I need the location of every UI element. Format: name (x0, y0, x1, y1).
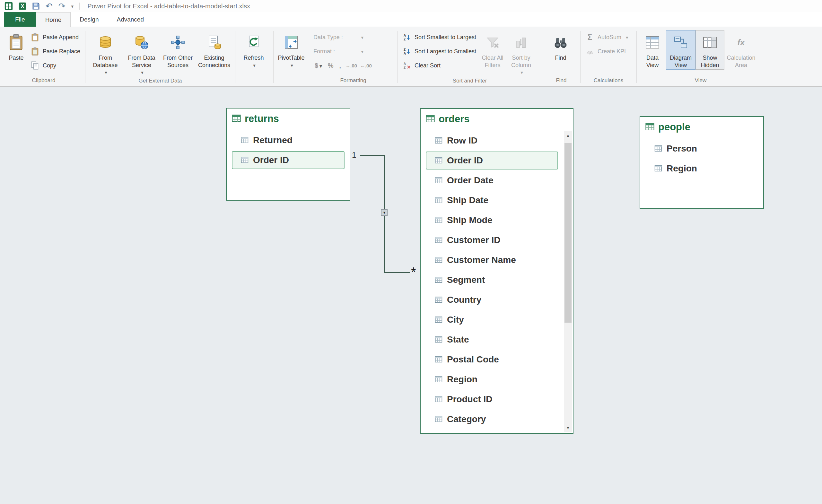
diagram-view-button[interactable]: Diagram View (666, 30, 696, 70)
currency-label: $ (315, 62, 318, 69)
scroll-up-icon[interactable] (564, 131, 572, 140)
field-row[interactable]: Product ID (426, 390, 558, 408)
field-row[interactable]: City (426, 311, 558, 329)
relationship-line-segment[interactable] (360, 155, 385, 156)
field-row[interactable]: Ship Mode (426, 211, 558, 229)
table-people-title[interactable]: people (640, 117, 763, 133)
from-other-sources-label: From Other Sources (162, 54, 193, 69)
field-row[interactable]: Segment (426, 271, 558, 289)
field-icon (435, 374, 442, 385)
show-hidden-label: Show Hidden (698, 54, 722, 69)
copy-label: Copy (43, 62, 56, 69)
paste-button[interactable]: Paste (4, 30, 28, 63)
field-row[interactable]: Returned (232, 131, 345, 149)
percent-format-button[interactable]: % (327, 62, 335, 69)
pivottable-button[interactable]: PivotTable (276, 30, 307, 70)
from-data-service-caret-icon (140, 69, 143, 76)
field-icon (655, 163, 662, 174)
copy-button[interactable]: Copy (28, 58, 83, 73)
sort-by-column-caret-icon (519, 69, 523, 76)
format-dropdown[interactable]: Format : (312, 44, 365, 58)
group-separator (309, 31, 309, 83)
increase-decimal-icon[interactable] (346, 63, 357, 68)
refresh-button[interactable]: Refresh (238, 30, 270, 70)
sort-by-column-button[interactable]: Sort by Column (506, 30, 536, 77)
orders-scrollbar[interactable] (564, 131, 572, 432)
field-row[interactable]: Customer Name (426, 251, 558, 269)
relationship-arrow-marker[interactable] (381, 209, 388, 216)
data-view-button[interactable]: Data View (639, 30, 666, 70)
field-row[interactable]: Region (646, 159, 758, 177)
tab-design[interactable]: Design (71, 12, 107, 27)
excel-icon[interactable]: X (19, 2, 26, 10)
field-label: Customer ID (447, 235, 500, 245)
currency-format-button[interactable]: $ (313, 62, 323, 69)
field-row[interactable]: Customer ID (426, 231, 558, 249)
from-data-service-button[interactable]: From Data Service (123, 30, 160, 77)
relationship-line-segment[interactable] (384, 272, 410, 273)
field-row[interactable]: Order ID (232, 151, 345, 169)
window-title: Power Pivot for Excel - add-table-to-dat… (87, 3, 250, 10)
create-kpi-button[interactable]: Create KPI (583, 44, 629, 58)
sort-smallest-to-largest-button[interactable]: AZ Sort Smallest to Largest (400, 30, 479, 44)
save-icon[interactable] (32, 2, 40, 10)
qat-customize-icon[interactable] (71, 4, 74, 9)
field-row[interactable]: Order ID (426, 151, 558, 169)
format-caret-icon (360, 48, 364, 55)
sort-smallest-label: Sort Smallest to Largest (415, 34, 476, 41)
field-row[interactable]: Country (426, 291, 558, 309)
field-row[interactable]: Postal Code (426, 351, 558, 369)
from-data-service-label: From Data Service (125, 54, 158, 69)
table-returns-title[interactable]: returns (227, 108, 350, 124)
field-row[interactable]: State (426, 331, 558, 349)
paste-append-label: Paste Append (43, 34, 79, 41)
tab-home[interactable]: Home (36, 12, 71, 27)
field-label: Ship Date (447, 195, 488, 205)
table-people[interactable]: people Person Region (640, 116, 764, 209)
tab-file[interactable]: File (4, 12, 36, 27)
field-label: Order Date (447, 175, 493, 185)
table-orders[interactable]: orders Row ID Order ID (420, 108, 573, 434)
autosum-button[interactable]: AutoSum (583, 30, 631, 44)
field-row[interactable]: Row ID (426, 132, 558, 149)
calculation-area-button[interactable]: Calculation Area (724, 30, 758, 70)
field-row[interactable]: Person (646, 140, 758, 158)
from-database-button[interactable]: From Database (88, 30, 123, 77)
undo-icon[interactable] (46, 2, 53, 10)
sort-largest-to-smallest-button[interactable]: ZA Sort Largest to Smallest (400, 44, 479, 58)
scroll-down-icon[interactable] (564, 424, 572, 432)
field-row[interactable]: Category (426, 410, 558, 428)
find-button[interactable]: Find (544, 30, 577, 63)
tab-advanced[interactable]: Advanced (107, 12, 153, 27)
table-orders-title[interactable]: orders (421, 109, 573, 125)
paste-append-button[interactable]: Paste Append (28, 30, 83, 44)
existing-connections-button[interactable]: Existing Connections (195, 30, 233, 70)
from-other-sources-button[interactable]: From Other Sources (160, 30, 195, 70)
group-label-get-external-data: Get External Data (86, 77, 234, 87)
clear-sort-icon: AZ (402, 62, 411, 69)
clear-sort-button[interactable]: AZ Clear Sort (400, 58, 479, 73)
paste-replace-button[interactable]: Paste Replace (28, 44, 83, 58)
data-service-icon (134, 33, 149, 52)
format-label: Format : (313, 48, 335, 55)
diagram-canvas[interactable]: 1 * returns Returned (0, 87, 822, 504)
field-icon (435, 255, 442, 265)
field-label: Customer Name (447, 255, 516, 265)
show-hidden-button[interactable]: Show Hidden (696, 30, 724, 70)
redo-icon[interactable] (58, 2, 65, 10)
svg-text:X: X (21, 3, 24, 9)
scrollbar-thumb[interactable] (564, 143, 571, 323)
comma-format-button[interactable]: , (338, 62, 342, 69)
field-icon (435, 315, 442, 325)
field-row[interactable]: Region (426, 371, 558, 389)
table-returns[interactable]: returns Returned Order ID (226, 108, 350, 201)
field-row[interactable]: Ship Date (426, 191, 558, 209)
clear-all-filters-button[interactable]: Clear All Filters (479, 30, 506, 70)
sort-by-column-label: Sort by Column (509, 54, 534, 69)
decrease-decimal-icon[interactable] (360, 63, 372, 68)
calculation-area-fx-icon (737, 33, 745, 52)
group-separator (637, 31, 637, 83)
field-row[interactable]: Order Date (426, 171, 558, 189)
show-hidden-icon (703, 33, 717, 52)
data-type-dropdown[interactable]: Data Type : (312, 30, 365, 44)
